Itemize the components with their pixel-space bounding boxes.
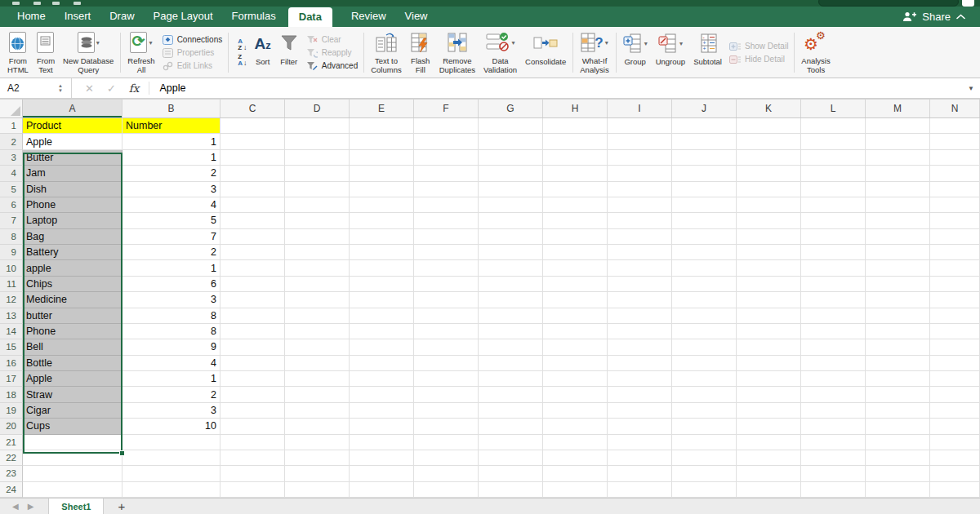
tab-data[interactable]: Data	[288, 7, 332, 27]
cell-K1[interactable]	[737, 118, 801, 134]
cell-G14[interactable]	[479, 324, 543, 339]
reapply-filter-button[interactable]: Reapply	[306, 48, 358, 58]
cell-E14[interactable]	[350, 324, 414, 339]
from-text-button[interactable]: From Text	[33, 29, 59, 76]
cell-C24[interactable]	[220, 482, 285, 498]
cell-M16[interactable]	[866, 356, 930, 371]
cell-N4[interactable]	[930, 166, 980, 181]
cell-E5[interactable]	[350, 182, 414, 197]
cell-F14[interactable]	[414, 324, 479, 339]
cell-I4[interactable]	[608, 166, 672, 181]
cell-I21[interactable]	[608, 435, 672, 450]
cell-K22[interactable]	[737, 450, 801, 466]
cell-B4[interactable]: 2	[122, 166, 220, 181]
cell-F12[interactable]	[414, 292, 479, 308]
cell-D19[interactable]	[285, 403, 350, 419]
cell-B11[interactable]: 6	[122, 277, 220, 292]
cell-F22[interactable]	[414, 450, 479, 466]
cell-A24[interactable]	[23, 482, 122, 498]
column-header-J[interactable]: J	[672, 100, 737, 117]
cell-A18[interactable]: Straw	[23, 387, 122, 402]
filter-button[interactable]: Filter	[275, 29, 303, 76]
cell-F11[interactable]	[414, 277, 479, 292]
cell-H6[interactable]	[543, 197, 608, 213]
cell-D7[interactable]	[285, 213, 350, 228]
cell-M12[interactable]	[866, 292, 930, 308]
hide-detail-button[interactable]: Hide Detail	[729, 55, 788, 64]
cell-I13[interactable]	[608, 308, 672, 324]
cell-G9[interactable]	[479, 245, 543, 260]
cell-E2[interactable]	[350, 134, 414, 149]
cell-J22[interactable]	[672, 450, 737, 466]
cell-L24[interactable]	[801, 482, 866, 498]
cell-M21[interactable]	[866, 435, 930, 450]
cell-B12[interactable]: 3	[122, 292, 220, 308]
cell-F24[interactable]	[414, 482, 479, 498]
cell-G2[interactable]	[479, 134, 543, 149]
cell-B15[interactable]: 9	[122, 339, 220, 355]
cell-I2[interactable]	[608, 134, 672, 149]
cell-C2[interactable]	[220, 134, 285, 149]
cell-I15[interactable]	[608, 339, 672, 355]
cell-B2[interactable]: 1	[122, 134, 220, 149]
cell-M6[interactable]	[866, 197, 930, 213]
cell-A2[interactable]: Apple	[23, 134, 122, 149]
cell-G17[interactable]	[479, 371, 543, 387]
cell-J15[interactable]	[672, 339, 737, 355]
cell-L11[interactable]	[801, 277, 866, 292]
cell-B24[interactable]	[122, 482, 220, 498]
cell-A17[interactable]: Apple	[23, 371, 122, 387]
tab-view[interactable]: View	[405, 10, 428, 27]
cell-E17[interactable]	[350, 371, 414, 387]
cell-C20[interactable]	[220, 419, 285, 434]
cell-D6[interactable]	[285, 197, 350, 213]
cell-D1[interactable]	[285, 118, 350, 134]
cell-J7[interactable]	[672, 213, 737, 228]
cell-J10[interactable]	[672, 260, 737, 276]
cell-J11[interactable]	[672, 277, 737, 292]
cell-D12[interactable]	[285, 292, 350, 308]
properties-button[interactable]: Properties	[163, 48, 223, 58]
remove-duplicates-button[interactable]: Remove Duplicates	[435, 29, 479, 76]
cell-A8[interactable]: Bag	[23, 229, 122, 245]
cell-E18[interactable]	[350, 387, 414, 402]
refresh-all-button[interactable]: ⟳ ▾ Refresh All	[123, 29, 158, 76]
cell-M18[interactable]	[866, 387, 930, 402]
cell-F7[interactable]	[414, 213, 479, 228]
cell-K6[interactable]	[737, 197, 801, 213]
cell-E15[interactable]	[350, 339, 414, 355]
cell-D14[interactable]	[285, 324, 350, 339]
cell-L6[interactable]	[801, 197, 866, 213]
cell-G8[interactable]	[479, 229, 543, 245]
cell-M5[interactable]	[866, 182, 930, 197]
cell-N13[interactable]	[930, 308, 980, 324]
cell-N21[interactable]	[930, 435, 980, 450]
cell-G1[interactable]	[479, 118, 543, 134]
cell-M3[interactable]	[866, 150, 930, 166]
cell-F10[interactable]	[414, 260, 479, 276]
cell-M19[interactable]	[866, 403, 930, 419]
cell-M14[interactable]	[866, 324, 930, 339]
row-header-9[interactable]: 9	[0, 245, 23, 260]
cell-E6[interactable]	[350, 197, 414, 213]
cell-H7[interactable]	[543, 213, 608, 228]
cell-A11[interactable]: Chips	[23, 277, 122, 292]
cell-H23[interactable]	[543, 466, 608, 481]
cell-F3[interactable]	[414, 150, 479, 166]
quick-access-icon[interactable]	[74, 2, 81, 5]
cell-A16[interactable]: Bottle	[23, 356, 122, 371]
cell-K21[interactable]	[737, 435, 801, 450]
cell-E7[interactable]	[350, 213, 414, 228]
cell-K7[interactable]	[737, 213, 801, 228]
cell-D15[interactable]	[285, 339, 350, 355]
cell-F13[interactable]	[414, 308, 479, 324]
search-input[interactable]	[818, 0, 959, 7]
cell-N17[interactable]	[930, 371, 980, 387]
cell-F1[interactable]	[414, 118, 479, 134]
cell-J13[interactable]	[672, 308, 737, 324]
cell-J16[interactable]	[672, 356, 737, 371]
cell-B18[interactable]: 2	[122, 387, 220, 402]
cell-A22[interactable]	[23, 450, 122, 466]
cell-N23[interactable]	[930, 466, 980, 481]
select-all-corner[interactable]	[0, 100, 23, 117]
